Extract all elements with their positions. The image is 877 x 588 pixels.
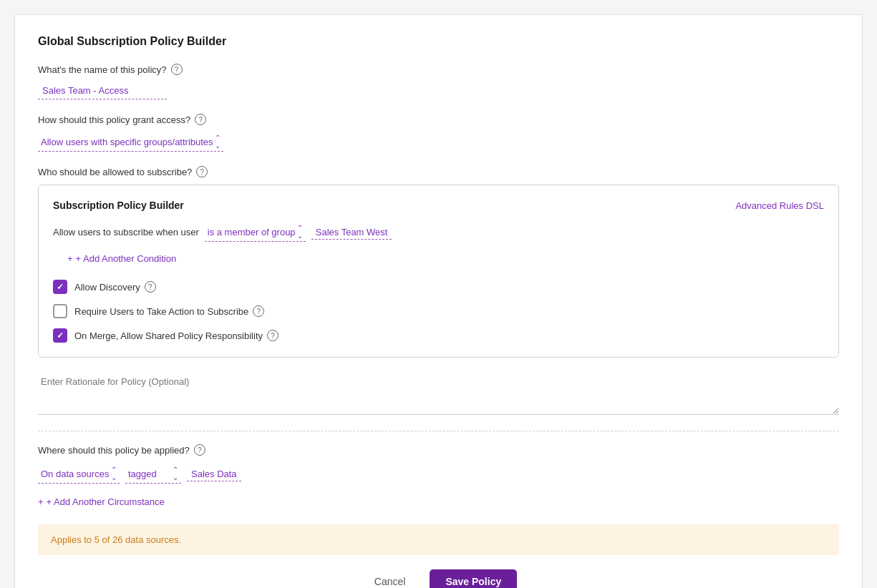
rationale-textarea[interactable] <box>38 372 839 415</box>
section-divider <box>38 431 839 431</box>
allow-discovery-label: Allow Discovery ? <box>74 281 156 293</box>
checkboxes-section: ✓ Allow Discovery ? Require Users to Tak… <box>53 280 824 343</box>
on-merge-help-icon[interactable]: ? <box>267 330 278 341</box>
apply-section-label: Where should this policy be applied? ? <box>38 444 839 456</box>
on-merge-check-icon: ✓ <box>57 330 64 340</box>
datasource-selector-wrapper: On data sources On assets On tables ⌃⌄ <box>38 464 120 484</box>
advanced-rules-link[interactable]: Advanced Rules DSL <box>735 200 824 211</box>
page-title: Global Subscription Policy Builder <box>38 35 839 48</box>
policy-builder-box: Subscription Policy Builder Advanced Rul… <box>38 185 839 358</box>
circumstance-row: On data sources On assets On tables ⌃⌄ t… <box>38 464 839 484</box>
allow-discovery-check-icon: ✓ <box>57 282 64 292</box>
add-circumstance-label: + Add Another Circumstance <box>47 496 165 507</box>
grant-access-select[interactable]: Allow users with specific groups/attribu… <box>41 137 223 147</box>
require-action-row: Require Users to Take Action to Subscrib… <box>53 304 824 318</box>
require-action-checkbox[interactable] <box>53 304 67 318</box>
info-banner: Applies to 5 of 26 data sources. <box>38 524 839 555</box>
tagged-selector-wrapper: tagged owned by in schema ⌃⌄ <box>125 464 181 484</box>
cancel-button[interactable]: Cancel <box>360 569 420 588</box>
add-condition-button[interactable]: + + Add Another Condition <box>67 250 176 267</box>
policy-name-help-icon[interactable]: ? <box>171 64 183 75</box>
grant-access-select-wrapper: Allow users with specific groups/attribu… <box>38 132 223 152</box>
condition-row: Allow users to subscribe when user is a … <box>53 222 824 242</box>
tagged-selector[interactable]: tagged owned by in schema <box>128 469 181 479</box>
subscribe-help-icon[interactable]: ? <box>196 166 208 177</box>
condition-selector[interactable]: is a member of group has attribute is in… <box>208 227 306 237</box>
allow-discovery-help-icon[interactable]: ? <box>145 281 156 293</box>
grant-access-help-icon[interactable]: ? <box>195 114 206 125</box>
footer-actions: Cancel Save Policy <box>38 569 839 588</box>
policy-builder-title: Subscription Policy Builder <box>53 200 184 211</box>
require-action-label: Require Users to Take Action to Subscrib… <box>74 305 264 317</box>
policy-builder-header: Subscription Policy Builder Advanced Rul… <box>53 200 824 211</box>
add-condition-plus-icon: + <box>67 253 73 264</box>
condition-selector-wrapper: is a member of group has attribute is in… <box>205 222 306 242</box>
save-policy-button[interactable]: Save Policy <box>430 569 517 588</box>
apply-section-help-icon[interactable]: ? <box>194 444 205 456</box>
datasource-selector[interactable]: On data sources On assets On tables <box>41 469 120 479</box>
policy-name-label: What's the name of this policy? ? <box>38 64 839 75</box>
require-action-help-icon[interactable]: ? <box>253 305 264 317</box>
add-circumstance-plus-icon: + <box>38 496 44 507</box>
allow-discovery-checkbox[interactable]: ✓ <box>53 280 67 294</box>
info-banner-text: Applies to 5 of 26 data sources. <box>51 534 181 545</box>
subscribe-label: Who should be allowed to subscribe? ? <box>38 166 839 177</box>
on-merge-label: On Merge, Allow Shared Policy Responsibi… <box>74 330 278 341</box>
add-circumstance-button[interactable]: + + Add Another Circumstance <box>38 494 165 510</box>
main-container: Global Subscription Policy Builder What'… <box>14 14 863 588</box>
tag-value[interactable]: Sales Data <box>187 467 241 481</box>
condition-prefix: Allow users to subscribe when user <box>53 227 199 237</box>
policy-name-input[interactable] <box>38 82 167 99</box>
on-merge-checkbox[interactable]: ✓ <box>53 328 67 343</box>
add-condition-label: + Add Another Condition <box>76 253 177 264</box>
grant-access-label: How should this policy grant access? ? <box>38 114 839 125</box>
allow-discovery-row: ✓ Allow Discovery ? <box>53 280 824 294</box>
rationale-wrapper <box>38 372 839 418</box>
condition-group-value[interactable]: Sales Team West <box>311 225 392 240</box>
on-merge-row: ✓ On Merge, Allow Shared Policy Responsi… <box>53 328 824 343</box>
